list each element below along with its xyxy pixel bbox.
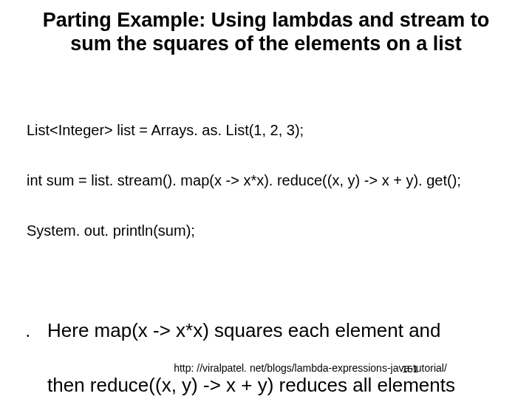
bullet-text-line-2: then reduce((x, y) -> x + y) reduces all… (47, 374, 455, 397)
source-url: http: //viralpatel. net/blogs/lambda-exp… (0, 362, 532, 374)
slide-title: Parting Example: Using lambdas and strea… (31, 9, 501, 56)
slide: Parting Example: Using lambdas and strea… (0, 0, 532, 399)
code-line-1: List<Integer> list = Arrays. as. List(1,… (27, 121, 304, 139)
bullet-text-line-1: Here map(x -> x*x) squares each element … (47, 319, 441, 342)
page-number: 151 (402, 364, 418, 375)
bullet-marker: • (27, 332, 30, 340)
code-line-3: System. out. println(sum); (27, 222, 195, 239)
code-line-2: int sum = list. stream(). map(x -> x*x).… (27, 171, 461, 189)
